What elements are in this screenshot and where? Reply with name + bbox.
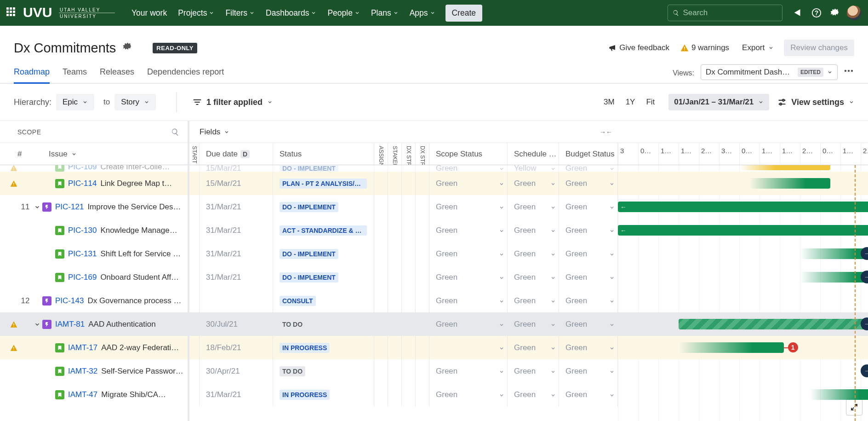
- cell-budget-status[interactable]: Green: [559, 242, 618, 265]
- cell-start-date[interactable]: [189, 383, 200, 406]
- cell-scope-status[interactable]: Green: [429, 312, 508, 336]
- date-range-selector[interactable]: 01/Jan/21 – 31/Mar/21: [668, 94, 769, 110]
- cell-due-date[interactable]: 30/Apr/21: [200, 359, 273, 383]
- cell-points[interactable]: [416, 383, 429, 406]
- cell-stakeholder[interactable]: [388, 242, 402, 265]
- continue-right-icon[interactable]: →: [861, 364, 868, 377]
- help-icon[interactable]: ?: [808, 5, 825, 21]
- user-avatar[interactable]: [847, 6, 862, 20]
- cell-stakeholder[interactable]: [388, 289, 402, 312]
- col-scope-status[interactable]: Scope Status: [429, 143, 508, 165]
- cell-start-date[interactable]: [189, 242, 200, 265]
- cell-scope-status[interactable]: Green: [429, 195, 508, 219]
- gantt-bar[interactable]: [739, 165, 830, 170]
- table-row[interactable]: PIC-114 Link Degree Map t…: [0, 172, 188, 195]
- cell-budget-status[interactable]: Green: [559, 312, 618, 336]
- cell-due-date[interactable]: 31/Mar/21: [200, 265, 273, 289]
- cell-due-date[interactable]: 15/Mar/21: [200, 165, 273, 172]
- issue-key-link[interactable]: PIC-169: [68, 273, 97, 282]
- col-schedule-status[interactable]: Schedule …: [508, 143, 559, 165]
- nav-dashboards[interactable]: Dashboards: [260, 0, 322, 26]
- cell-start-date[interactable]: [189, 195, 200, 219]
- cell-start-date[interactable]: [189, 289, 200, 312]
- hierarchy-to-dropdown[interactable]: Story: [114, 94, 156, 110]
- cell-start-date[interactable]: [189, 165, 200, 172]
- cell-points[interactable]: [416, 289, 429, 312]
- gantt-bar[interactable]: [810, 389, 868, 400]
- col-start-date[interactable]: START DATE: [189, 143, 200, 165]
- timeline-row[interactable]: [618, 383, 868, 406]
- brand-logo[interactable]: UVUUTAH VALLEYUNIVERSITY: [23, 5, 115, 21]
- issue-key-link[interactable]: IAMT-32: [68, 367, 97, 376]
- cell-points[interactable]: [416, 165, 429, 172]
- cell-scope-status[interactable]: Green: [429, 242, 508, 265]
- cell-status[interactable]: TO DO: [273, 359, 374, 383]
- cell-stakeholder[interactable]: [388, 165, 402, 172]
- gantt-bar[interactable]: [749, 178, 830, 189]
- cell-start-date[interactable]: [189, 219, 200, 242]
- cell-schedule-status[interactable]: Green: [508, 359, 559, 383]
- cell-scope-status[interactable]: [429, 336, 508, 359]
- tab-releases[interactable]: Releases: [100, 67, 134, 84]
- gantt-bar[interactable]: [800, 272, 868, 283]
- cell-objective[interactable]: [402, 359, 416, 383]
- cell-status[interactable]: TO DO: [273, 312, 374, 336]
- cell-scope-status[interactable]: Green: [429, 359, 508, 383]
- cell-budget-status[interactable]: Green: [559, 195, 618, 219]
- table-row[interactable]: PIC-169 Onboard Student Aff…: [0, 265, 188, 289]
- cell-assignee[interactable]: [374, 165, 388, 172]
- create-button[interactable]: Create: [445, 5, 483, 22]
- cell-due-date[interactable]: 31/Mar/21: [200, 195, 273, 219]
- cell-status[interactable]: IN PROGRESS: [273, 383, 374, 406]
- col-assignee[interactable]: ASSIGNEE: [374, 143, 388, 165]
- cell-points[interactable]: [416, 336, 429, 359]
- cell-status[interactable]: IN PROGRESS: [273, 336, 374, 359]
- tab-dependencies-report[interactable]: Dependencies report: [147, 67, 224, 84]
- expand-toggle[interactable]: [32, 204, 42, 210]
- timeline-row[interactable]: →: [618, 359, 868, 383]
- cell-due-date[interactable]: 30/Jul/21: [200, 312, 273, 336]
- col-due-date[interactable]: Due dateD: [200, 143, 273, 165]
- cell-stakeholder[interactable]: [388, 312, 402, 336]
- cell-start-date[interactable]: [189, 265, 200, 289]
- filters-button[interactable]: 1 filter applied: [193, 98, 273, 107]
- cell-stakeholder[interactable]: [388, 359, 402, 383]
- hierarchy-from-dropdown[interactable]: Epic: [56, 94, 94, 110]
- gantt-bar[interactable]: [800, 248, 868, 259]
- more-actions-icon[interactable]: [843, 65, 854, 78]
- search-input[interactable]: [683, 8, 777, 17]
- cell-start-date[interactable]: [189, 359, 200, 383]
- issue-key-link[interactable]: PIC-130: [68, 226, 97, 235]
- warnings-indicator[interactable]: 9 warnings: [680, 43, 729, 52]
- cell-stakeholder[interactable]: [388, 172, 402, 195]
- table-row[interactable]: PIC-109 Create Inter-Colle…: [0, 165, 188, 172]
- cell-due-date[interactable]: [200, 289, 273, 312]
- cell-start-date[interactable]: [189, 336, 200, 359]
- cell-start-date[interactable]: [189, 172, 200, 195]
- cell-points[interactable]: [416, 359, 429, 383]
- nav-your-work[interactable]: Your work: [126, 0, 172, 26]
- issue-key-link[interactable]: PIC-121: [55, 202, 84, 212]
- cell-scope-status[interactable]: Green: [429, 219, 508, 242]
- cell-budget-status[interactable]: Green: [559, 165, 618, 172]
- cell-objective[interactable]: [402, 219, 416, 242]
- cell-schedule-status[interactable]: Green: [508, 242, 559, 265]
- cell-points[interactable]: [416, 312, 429, 336]
- fields-dropdown[interactable]: Fields: [200, 127, 229, 137]
- cell-objective[interactable]: [402, 312, 416, 336]
- cell-assignee[interactable]: [374, 359, 388, 383]
- cell-assignee[interactable]: [374, 383, 388, 406]
- cell-status[interactable]: DO - IMPLEMENT: [273, 165, 374, 172]
- cell-budget-status[interactable]: Green: [559, 336, 618, 359]
- gantt-bar[interactable]: [679, 319, 868, 329]
- cell-points[interactable]: [416, 242, 429, 265]
- cell-stakeholder[interactable]: [388, 265, 402, 289]
- export-dropdown[interactable]: Export: [740, 40, 776, 55]
- nav-projects[interactable]: Projects: [172, 0, 220, 26]
- cell-objective[interactable]: [402, 172, 416, 195]
- issue-key-link[interactable]: IAMT-47: [68, 390, 97, 399]
- cell-schedule-status[interactable]: Green: [508, 383, 559, 406]
- timeline-row[interactable]: ←→: [618, 219, 868, 242]
- cell-budget-status[interactable]: Green: [559, 172, 618, 195]
- give-feedback-link[interactable]: Give feedback: [608, 43, 669, 52]
